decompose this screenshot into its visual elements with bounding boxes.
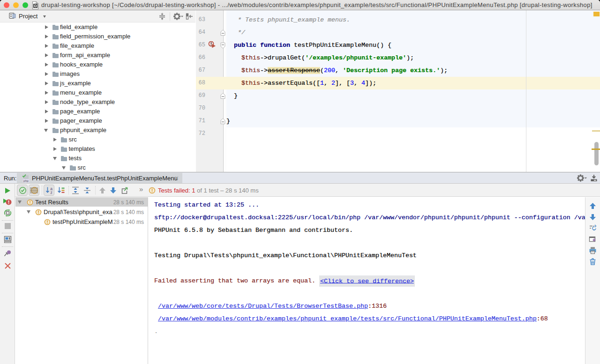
svg-text:php: php: [23, 179, 29, 182]
svg-text:z: z: [50, 190, 52, 194]
